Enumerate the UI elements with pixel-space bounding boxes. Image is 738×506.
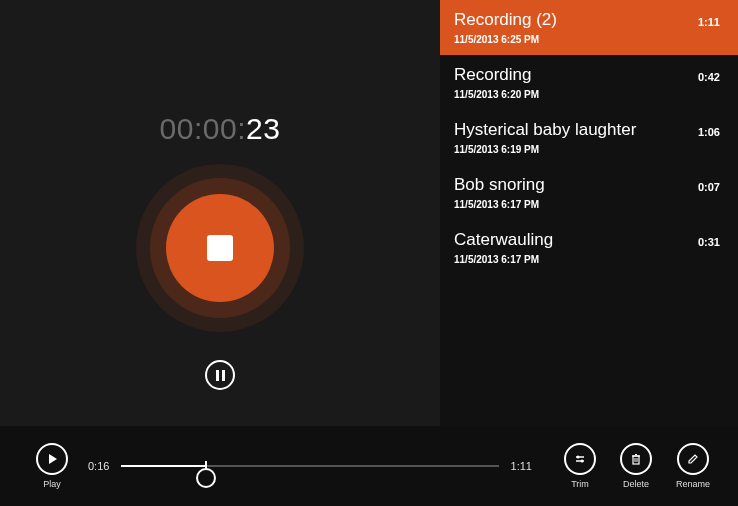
svg-point-3 xyxy=(576,456,579,459)
recording-title: Recording (2) xyxy=(454,10,557,30)
timer-seconds: 23 xyxy=(246,112,280,145)
recording-item[interactable]: Bob snoring11/5/2013 6:17 PM0:07 xyxy=(440,165,738,220)
rename-button[interactable] xyxy=(677,443,709,475)
trash-icon xyxy=(629,452,643,466)
recording-timestamp: 11/5/2013 6:17 PM xyxy=(454,254,553,265)
play-label: Play xyxy=(43,479,61,489)
recording-timestamp: 11/5/2013 6:25 PM xyxy=(454,34,557,45)
svg-rect-5 xyxy=(633,456,639,464)
recording-title: Hysterical baby laughter xyxy=(454,120,636,140)
recording-timer: 00:00:23 xyxy=(160,112,281,146)
svg-marker-0 xyxy=(49,454,57,464)
recording-item[interactable]: Recording (2)11/5/2013 6:25 PM1:11 xyxy=(440,0,738,55)
delete-button[interactable] xyxy=(620,443,652,475)
record-button-wrap xyxy=(136,164,304,332)
playback-bar: Play 0:16 1:11 Trim xyxy=(0,426,738,506)
recording-duration: 0:31 xyxy=(698,230,720,248)
recording-title: Recording xyxy=(454,65,539,85)
recording-item[interactable]: Hysterical baby laughter11/5/2013 6:19 P… xyxy=(440,110,738,165)
recording-duration: 1:06 xyxy=(698,120,720,138)
scrubber-handle[interactable] xyxy=(196,468,216,488)
timer-dim: 00:00: xyxy=(160,112,246,145)
stop-icon xyxy=(207,235,233,261)
play-button[interactable] xyxy=(36,443,68,475)
pause-icon xyxy=(216,370,225,381)
pause-button[interactable] xyxy=(205,360,235,390)
recording-title: Bob snoring xyxy=(454,175,545,195)
pencil-icon xyxy=(686,452,700,466)
trim-icon xyxy=(573,452,587,466)
recordings-list[interactable]: Recording (2)11/5/2013 6:25 PM1:11Record… xyxy=(440,0,738,426)
delete-label: Delete xyxy=(623,479,649,489)
stop-record-button[interactable] xyxy=(166,194,274,302)
recording-title: Caterwauling xyxy=(454,230,553,250)
playback-current-time: 0:16 xyxy=(88,460,109,472)
play-icon xyxy=(46,453,58,465)
rename-label: Rename xyxy=(676,479,710,489)
recording-duration: 1:11 xyxy=(698,10,720,28)
playback-scrubber[interactable] xyxy=(121,446,498,486)
recording-timestamp: 11/5/2013 6:17 PM xyxy=(454,199,545,210)
recording-duration: 0:07 xyxy=(698,175,720,193)
recording-timestamp: 11/5/2013 6:20 PM xyxy=(454,89,539,100)
recording-panel: 00:00:23 xyxy=(0,0,440,426)
recording-timestamp: 11/5/2013 6:19 PM xyxy=(454,144,636,155)
recording-item[interactable]: Caterwauling11/5/2013 6:17 PM0:31 xyxy=(440,220,738,275)
svg-point-4 xyxy=(580,460,583,463)
recording-duration: 0:42 xyxy=(698,65,720,83)
playback-total-time: 1:11 xyxy=(511,460,532,472)
trim-button[interactable] xyxy=(564,443,596,475)
recording-item[interactable]: Recording11/5/2013 6:20 PM0:42 xyxy=(440,55,738,110)
trim-label: Trim xyxy=(571,479,589,489)
